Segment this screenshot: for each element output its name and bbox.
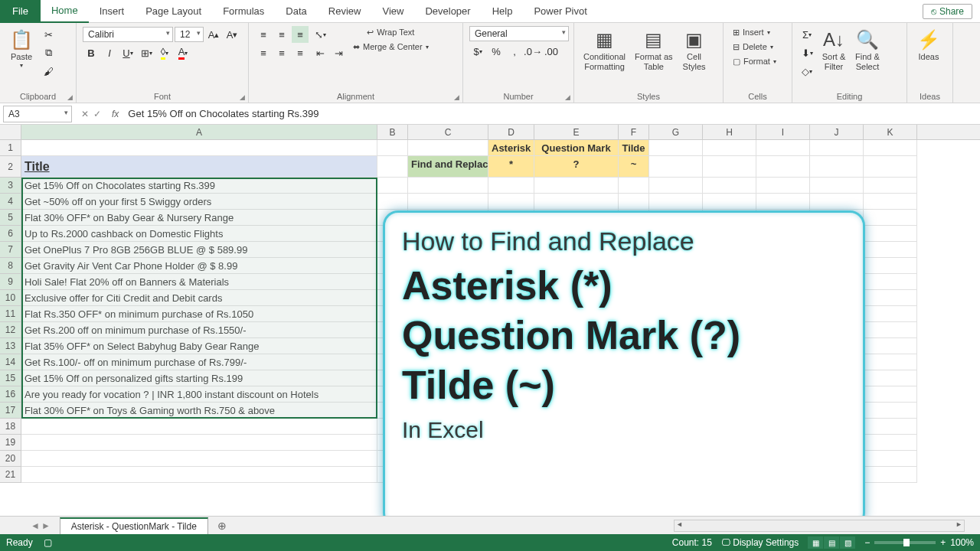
cell[interactable]: Flat 30% OFF* on Toys & Gaming worth Rs.… xyxy=(21,403,377,419)
select-all-corner[interactable] xyxy=(0,125,21,139)
zoom-in-icon[interactable]: + xyxy=(940,537,946,548)
sort-filter-button[interactable]: A↓ Sort & Filter xyxy=(818,26,849,73)
zoom-slider[interactable] xyxy=(874,541,936,544)
formula-input[interactable]: Get 15% Off on Chocolates starting Rs.39… xyxy=(123,106,980,122)
tab-page-layout[interactable]: Page Layout xyxy=(135,0,212,23)
comma-button[interactable]: , xyxy=(506,43,523,60)
macro-record-icon[interactable]: ▢ xyxy=(44,537,52,548)
row-header[interactable]: 1 xyxy=(0,140,21,156)
column-header-G[interactable]: G xyxy=(649,125,703,139)
bold-button[interactable]: B xyxy=(83,44,100,61)
enter-formula-icon[interactable]: ✓ xyxy=(93,109,101,119)
column-header-K[interactable]: K xyxy=(864,125,917,139)
cell[interactable]: * xyxy=(488,156,534,178)
cell[interactable] xyxy=(649,140,703,156)
cell[interactable] xyxy=(864,258,917,274)
align-center-button[interactable]: ≡ xyxy=(273,44,290,61)
tab-help[interactable]: Help xyxy=(482,0,524,23)
cell[interactable]: Asterisk xyxy=(488,140,534,156)
view-page-layout-button[interactable]: ▤ xyxy=(824,536,839,549)
cell[interactable] xyxy=(21,419,377,435)
cell[interactable] xyxy=(810,140,864,156)
align-top-button[interactable]: ≡ xyxy=(255,26,272,43)
cell[interactable]: Title xyxy=(21,156,377,178)
conditional-formatting-button[interactable]: ▦ Conditional Formatting xyxy=(580,26,629,73)
column-header-C[interactable]: C xyxy=(408,125,488,139)
cell[interactable] xyxy=(703,178,756,194)
cell[interactable]: Get Rs.200 off on minimum purchase of Rs… xyxy=(21,322,377,338)
cell[interactable]: Get OnePlus 7 Pro 8GB 256GB BLUE @ $ 589… xyxy=(21,242,377,258)
cell[interactable] xyxy=(703,194,756,210)
cell[interactable]: Get 15% Off on personalized gifts starti… xyxy=(21,370,377,386)
copy-button[interactable]: ⧉ xyxy=(40,44,57,61)
cell[interactable]: Tilde xyxy=(619,140,649,156)
horizontal-scrollbar[interactable] xyxy=(674,520,965,532)
new-sheet-button[interactable]: ⊕ xyxy=(210,520,234,532)
cell[interactable] xyxy=(864,386,917,403)
cell[interactable] xyxy=(703,140,756,156)
zoom-control[interactable]: − + 100% xyxy=(864,537,974,548)
cell[interactable] xyxy=(408,178,488,194)
cell[interactable] xyxy=(864,140,917,156)
row-header[interactable]: 4 xyxy=(0,194,21,210)
cell[interactable] xyxy=(864,290,917,306)
tab-insert[interactable]: Insert xyxy=(89,0,136,23)
decrease-decimal-button[interactable]: .00 xyxy=(543,43,560,60)
tab-developer[interactable]: Developer xyxy=(414,0,481,23)
cell[interactable] xyxy=(864,338,917,354)
dialog-launcher-icon[interactable]: ◢ xyxy=(240,93,245,101)
cell[interactable]: Up to Rs.2000 cashback on Domestic Fligh… xyxy=(21,226,377,242)
percent-button[interactable]: % xyxy=(488,43,505,60)
fill-color-button[interactable]: ◊▾ xyxy=(156,44,173,61)
tab-data[interactable]: Data xyxy=(275,0,317,23)
align-middle-button[interactable]: ≡ xyxy=(273,26,290,43)
cell[interactable] xyxy=(619,178,649,194)
tab-home[interactable]: Home xyxy=(41,0,89,23)
cell[interactable] xyxy=(21,140,377,156)
cell[interactable] xyxy=(864,274,917,290)
row-header[interactable]: 20 xyxy=(0,451,21,467)
cancel-formula-icon[interactable]: ✕ xyxy=(81,109,89,119)
tab-view[interactable]: View xyxy=(371,0,414,23)
row-header[interactable]: 9 xyxy=(0,274,21,290)
cell[interactable] xyxy=(488,194,534,210)
cell[interactable] xyxy=(408,194,488,210)
row-header[interactable]: 15 xyxy=(0,370,21,386)
insert-cells-button[interactable]: ⊞Insert▾ xyxy=(730,26,773,39)
delete-cells-button[interactable]: ⊟Delete▾ xyxy=(730,41,776,54)
share-button[interactable]: ⎋ Share xyxy=(923,4,972,19)
cell[interactable] xyxy=(864,178,917,194)
cell[interactable]: Are you ready for vocation ? | INR 1,800… xyxy=(21,386,377,403)
cell[interactable] xyxy=(864,467,917,483)
row-header[interactable]: 14 xyxy=(0,354,21,370)
cell[interactable]: Get Gravity Air Vent Car Phone Holder @ … xyxy=(21,258,377,274)
column-header-F[interactable]: F xyxy=(619,125,649,139)
cell[interactable] xyxy=(864,226,917,242)
fill-button[interactable]: ⬇▾ xyxy=(799,44,815,61)
ideas-button[interactable]: ⚡ Ideas xyxy=(913,26,944,64)
cell[interactable]: ? xyxy=(534,156,619,178)
cell[interactable] xyxy=(649,178,703,194)
row-header[interactable]: 21 xyxy=(0,467,21,483)
accounting-format-button[interactable]: $▾ xyxy=(469,43,486,60)
cell[interactable] xyxy=(864,451,917,467)
cell[interactable] xyxy=(756,156,810,178)
cell[interactable]: Flat 30% OFF* on Baby Gear & Nursery Ran… xyxy=(21,210,377,226)
cell[interactable] xyxy=(864,210,917,226)
sheet-nav-last-icon[interactable]: ► xyxy=(41,520,51,531)
underline-button[interactable]: U▾ xyxy=(119,44,136,61)
row-header[interactable]: 16 xyxy=(0,386,21,403)
cell[interactable] xyxy=(21,435,377,451)
column-header-E[interactable]: E xyxy=(534,125,619,139)
row-header[interactable]: 7 xyxy=(0,242,21,258)
row-header[interactable]: 8 xyxy=(0,258,21,274)
cell[interactable] xyxy=(864,194,917,210)
merge-center-button[interactable]: ⬌Merge & Center▾ xyxy=(350,41,432,54)
cell[interactable] xyxy=(864,306,917,322)
font-color-button[interactable]: A▾ xyxy=(175,44,191,61)
sheet-tab-active[interactable]: Asterisk - QuestionMark - Tilde xyxy=(60,517,208,534)
sheet-nav-first-icon[interactable]: ◄ xyxy=(31,520,40,531)
zoom-out-icon[interactable]: − xyxy=(864,537,870,548)
format-painter-button[interactable]: 🖌 xyxy=(40,63,57,80)
align-left-button[interactable]: ≡ xyxy=(255,44,272,61)
